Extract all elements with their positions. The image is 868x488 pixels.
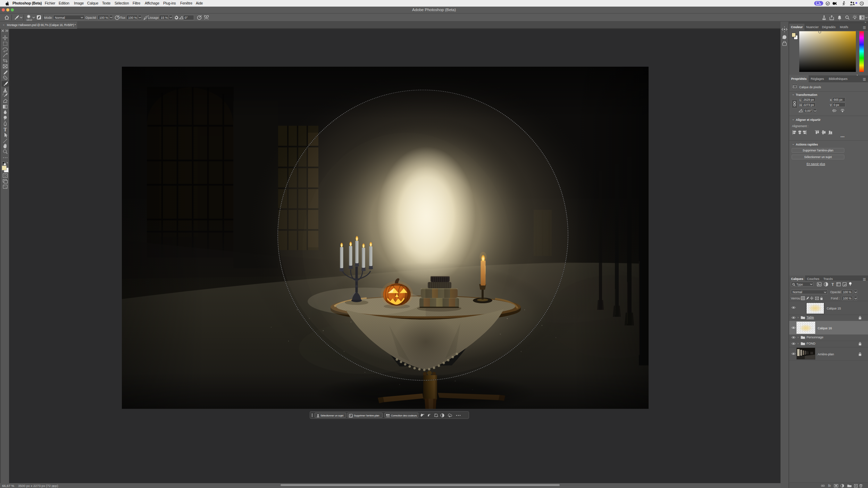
svg-text:T: T	[832, 282, 834, 287]
svg-text:fx: fx	[828, 484, 831, 488]
svg-text:T: T	[3, 127, 7, 132]
